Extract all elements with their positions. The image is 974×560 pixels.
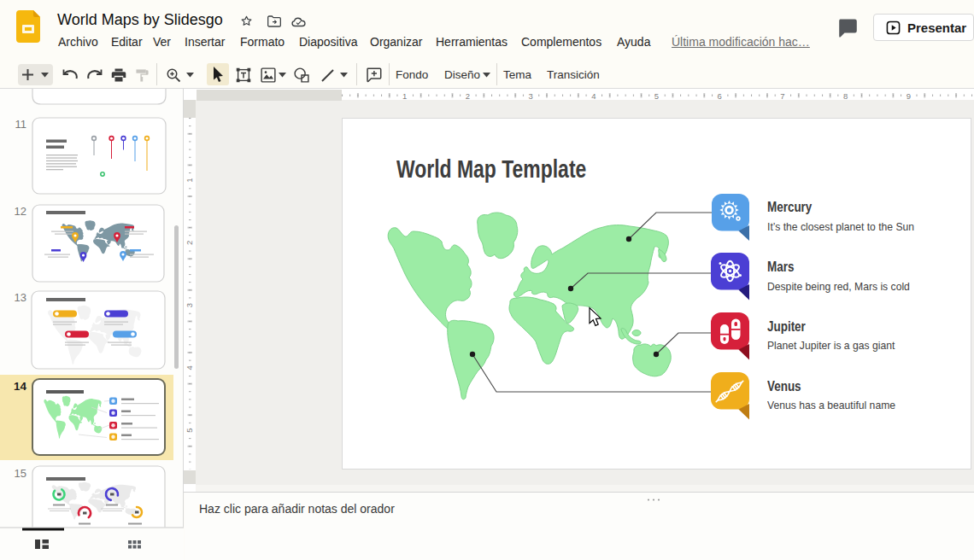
svg-text:12: 12 <box>15 205 26 218</box>
svg-text:8: 8 <box>843 91 848 101</box>
svg-text:4: 4 <box>185 365 194 370</box>
svg-text:9: 9 <box>907 91 911 101</box>
svg-text:7: 7 <box>780 91 784 101</box>
svg-text:15: 15 <box>15 467 26 480</box>
svg-text:1: 1 <box>185 178 194 183</box>
svg-text:11: 11 <box>15 118 27 131</box>
svg-text:14: 14 <box>14 380 27 393</box>
svg-text:1: 1 <box>402 91 407 101</box>
svg-text:5: 5 <box>185 428 194 432</box>
svg-text:3: 3 <box>185 303 194 307</box>
svg-text:2: 2 <box>185 241 194 245</box>
svg-text:13: 13 <box>15 291 26 304</box>
svg-text:4: 4 <box>591 91 596 101</box>
svg-text:5: 5 <box>654 91 659 101</box>
svg-text:3: 3 <box>528 91 532 101</box>
svg-text:6: 6 <box>718 91 722 101</box>
svg-text:2: 2 <box>466 91 470 101</box>
